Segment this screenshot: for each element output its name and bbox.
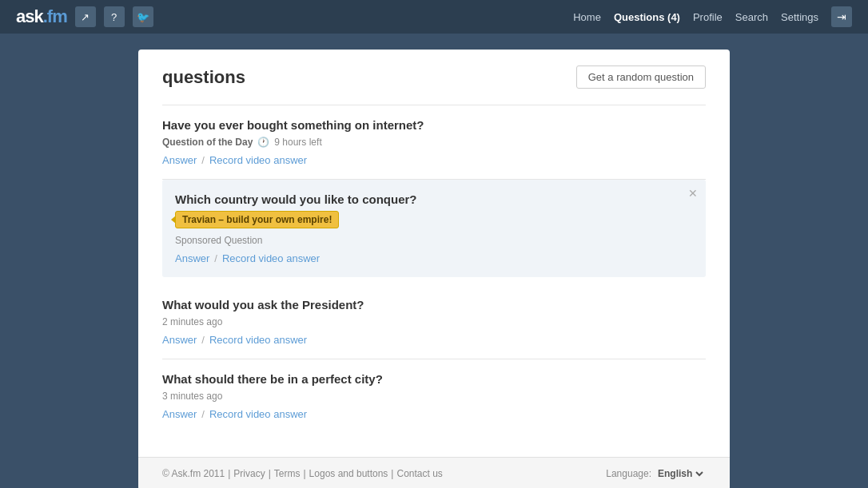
footer-divider: | <box>391 468 393 479</box>
page-header: questions Get a random question <box>162 65 706 89</box>
sponsored-label: Sponsored Question <box>175 235 693 246</box>
nav-search[interactable]: Search <box>735 11 768 23</box>
record-video-link[interactable]: Record video answer <box>209 334 307 346</box>
question-time-left: 9 hours left <box>274 137 321 148</box>
action-separator: / <box>201 334 205 346</box>
answer-link[interactable]: Answer <box>162 334 197 346</box>
sponsored-banner-wrapper: Travian – build your own empire! <box>175 211 693 235</box>
question-item: What would you ask the President? 2 minu… <box>162 285 706 359</box>
header-right: Home Questions (4) Profile Search Settin… <box>573 6 852 27</box>
sponsored-banner[interactable]: Travian – build your own empire! <box>175 211 339 228</box>
language-selector[interactable]: English <box>655 467 706 480</box>
footer-terms-link[interactable]: Terms <box>274 468 301 479</box>
question-actions: Answer / Record video answer <box>162 334 706 346</box>
question-actions: Answer / Record video answer <box>162 408 706 420</box>
footer-divider: | <box>269 468 271 479</box>
help-icon-btn[interactable]: ? <box>104 6 125 27</box>
record-video-link[interactable]: Record video answer <box>209 408 307 420</box>
action-separator: / <box>201 154 205 166</box>
logo: ask.fm <box>16 6 67 27</box>
question-item: What should there be in a perfect city? … <box>162 359 706 433</box>
footer-logos-link[interactable]: Logos and buttons <box>309 468 388 479</box>
question-item: Have you ever bought something on intern… <box>162 105 706 180</box>
question-actions: Answer / Record video answer <box>162 154 706 166</box>
footer-right: Language: English <box>606 467 706 480</box>
footer-divider: | <box>303 468 305 479</box>
page-title: questions <box>162 67 245 88</box>
footer-divider: | <box>228 468 230 479</box>
nav-settings[interactable]: Settings <box>781 11 818 23</box>
footer-left: © Ask.fm 2011 | Privacy | Terms | Logos … <box>162 468 443 479</box>
action-separator: / <box>214 252 217 264</box>
footer-language-label: Language: <box>606 468 651 479</box>
answer-link[interactable]: Answer <box>175 252 209 264</box>
record-video-link[interactable]: Record video answer <box>209 154 307 166</box>
nav-profile[interactable]: Profile <box>693 11 723 23</box>
question-text: Have you ever bought something on intern… <box>162 118 706 132</box>
logout-icon: ⇥ <box>837 10 846 23</box>
nav-home[interactable]: Home <box>573 11 601 23</box>
action-separator: / <box>201 408 205 420</box>
header-left: ask.fm ↗ ? 🐦 <box>16 6 153 27</box>
answer-link[interactable]: Answer <box>162 154 197 166</box>
question-meta: 3 minutes ago <box>162 391 706 402</box>
random-question-button[interactable]: Get a random question <box>576 65 706 89</box>
logo-fm: .fm <box>43 6 67 26</box>
logo-ask: ask <box>16 6 43 26</box>
record-video-link[interactable]: Record video answer <box>222 252 320 264</box>
footer-privacy-link[interactable]: Privacy <box>233 468 265 479</box>
question-text: What would you ask the President? <box>162 298 706 311</box>
logout-button[interactable]: ⇥ <box>831 6 852 27</box>
nav-questions[interactable]: Questions (4) <box>614 11 680 23</box>
question-time-ago: 3 minutes ago <box>162 391 222 402</box>
answer-link[interactable]: Answer <box>162 408 197 420</box>
share-icon-btn[interactable]: ↗ <box>75 6 96 27</box>
question-meta: Question of the Day 🕐 9 hours left <box>162 137 706 148</box>
close-sponsored-button[interactable]: ✕ <box>688 188 698 199</box>
footer: © Ask.fm 2011 | Privacy | Terms | Logos … <box>138 457 730 488</box>
main-wrapper: questions Get a random question Have you… <box>138 50 730 488</box>
question-text: Which country would you like to conquer? <box>175 192 693 206</box>
question-text: What should there be in a perfect city? <box>162 372 706 386</box>
bird-icon: 🐦 <box>137 11 149 23</box>
clock-icon: 🕐 <box>257 137 269 148</box>
question-actions: Answer / Record video answer <box>175 252 693 264</box>
header: ask.fm ↗ ? 🐦 Home Questions (4) Profile … <box>0 0 868 34</box>
help-icon: ? <box>111 11 117 23</box>
question-meta-label: Question of the Day <box>162 137 253 148</box>
twitter-icon-btn[interactable]: 🐦 <box>133 6 153 27</box>
question-time-ago: 2 minutes ago <box>162 316 222 327</box>
footer-contact-link[interactable]: Contact us <box>396 468 442 479</box>
question-meta: 2 minutes ago <box>162 316 706 327</box>
page-content: questions Get a random question Have you… <box>138 50 730 457</box>
sponsored-question-item: ✕ Which country would you like to conque… <box>162 180 706 277</box>
footer-copyright: © Ask.fm 2011 <box>162 468 225 479</box>
share-icon: ↗ <box>81 11 90 23</box>
